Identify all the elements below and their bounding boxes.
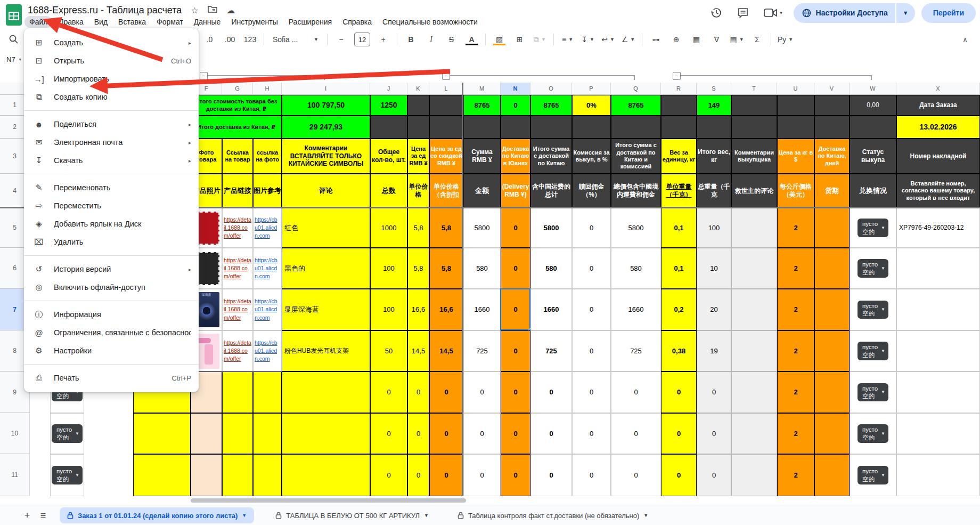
cell-J2[interactable] — [370, 116, 407, 139]
toolbar-insert-link[interactable]: ⊶ — [647, 31, 665, 47]
cell-X6[interactable] — [896, 248, 980, 289]
cell-L9[interactable]: 0 — [429, 371, 463, 413]
horizontal-scrollbar[interactable] — [0, 496, 980, 505]
cell-N4[interactable]: (Delivery RMB ¥) — [501, 174, 530, 208]
cell-R3[interactable]: Вес за единицу, кг — [661, 139, 697, 174]
cell-X4[interactable]: Вставляйте номер, согласно вашему товару… — [896, 174, 980, 208]
file-menu-rename[interactable]: ✎Переименовать — [24, 179, 199, 197]
cell-Q1[interactable]: 8765 — [611, 95, 661, 116]
cell-H9[interactable] — [253, 371, 282, 413]
cell-H10[interactable] — [253, 413, 282, 454]
cell-N10[interactable]: 0 — [501, 413, 530, 454]
cell-K5[interactable]: 5,8 — [407, 208, 429, 248]
cell-Q3[interactable]: Итого сумма с доставкой по Китаю и комис… — [611, 139, 661, 174]
menubar-file[interactable]: Файл — [24, 16, 52, 28]
column-group-collapse-3[interactable]: − — [673, 72, 681, 80]
cell-P2[interactable] — [572, 116, 611, 139]
row-header-11[interactable]: 11 — [0, 454, 30, 496]
cell-P3[interactable]: Комиссия за выкуп, в % — [572, 139, 611, 174]
file-menu-email[interactable]: ✉Электронная почта▸ — [24, 133, 199, 151]
col-header-T[interactable]: T — [731, 83, 777, 95]
cell-K9[interactable]: 0 — [407, 371, 429, 413]
toolbar-vertical-align[interactable]: ↧▼ — [578, 31, 597, 47]
file-menu-download[interactable]: ↧Скачать▸ — [24, 151, 199, 169]
cell-P7[interactable]: 0 — [572, 289, 611, 330]
cell-K2[interactable] — [407, 116, 429, 139]
toolbar-bold[interactable]: B — [402, 31, 420, 47]
cell-J3[interactable]: Общее кол-во, шт. — [370, 139, 407, 174]
cell-I2[interactable]: 29 247,93 — [282, 116, 370, 139]
cell-L6[interactable]: 5,8 — [429, 248, 463, 289]
cell-L2[interactable] — [429, 116, 463, 139]
cell-N6[interactable]: 0 — [501, 248, 530, 289]
file-menu-print[interactable]: ⎙ПечатьCtrl+P — [24, 369, 199, 387]
photo-link[interactable]: https://cbu01.alicdn.com — [254, 339, 281, 364]
column-group-collapse-1[interactable]: − — [200, 72, 208, 80]
frozen-column-divider[interactable] — [462, 83, 463, 496]
cell-R2[interactable] — [661, 116, 697, 139]
cell-M8[interactable]: 725 — [463, 330, 501, 371]
cell-N1[interactable]: 0 — [501, 95, 530, 116]
col-header-V[interactable]: V — [814, 83, 850, 95]
cell-V8[interactable] — [814, 330, 850, 371]
cell-M11[interactable]: 0 — [463, 454, 501, 496]
cell-EH2[interactable]: Итого доставка из Китая, ₽ — [191, 116, 282, 139]
cell-I3[interactable]: Комментарии ВСТАВЛЯЙТЕ ТОЛЬКО КИТАЙСКИЕ … — [282, 139, 370, 174]
cell-V7[interactable] — [814, 289, 850, 330]
cell-I5[interactable]: 红色 — [282, 208, 370, 248]
share-settings-button[interactable]: Настройки Доступа ▼ — [794, 3, 915, 23]
cell-P1[interactable]: 0% — [572, 95, 611, 116]
cell-O3[interactable]: Итого сумма с доставкой по Китаю — [530, 139, 572, 174]
cell-X1[interactable]: Дата Заказа — [896, 95, 980, 116]
all-sheets-button[interactable]: ≡ — [35, 507, 51, 523]
menubar-extensions[interactable]: Расширения — [284, 16, 337, 28]
cell-O11[interactable]: 0 — [530, 454, 572, 496]
cell-V9[interactable] — [814, 371, 850, 413]
cell-U10[interactable]: 2 — [777, 413, 814, 454]
cell-O7[interactable]: 1660 — [530, 289, 572, 330]
status-dropdown[interactable]: пусто空的▼ — [52, 466, 83, 484]
cell-M4[interactable]: 金额 — [463, 174, 501, 208]
toolbar-font-family[interactable]: Sofia ...▼ — [268, 31, 323, 47]
toolbar-increase-font-size[interactable]: + — [374, 31, 393, 47]
cell-V3[interactable]: Доставка по Китаю, дней — [814, 139, 850, 174]
cell-P8[interactable]: 0 — [572, 330, 611, 371]
video-call-icon[interactable]: ▾ — [760, 3, 787, 23]
cell-T2[interactable] — [731, 116, 777, 139]
sheet-tab-caret-icon[interactable]: ▼ — [643, 513, 648, 518]
col-header-O[interactable]: O — [530, 83, 572, 95]
file-menu-add-shortcut-to-drive[interactable]: ◈Добавить ярлык на Диск — [24, 215, 199, 233]
cell-Q9[interactable]: 0 — [611, 371, 661, 413]
cell-U6[interactable]: 2 — [777, 248, 814, 289]
cell-J10[interactable]: 0 — [370, 413, 407, 454]
cell-M1[interactable]: 8765 — [463, 95, 501, 116]
cell-N5[interactable]: 0 — [501, 208, 530, 248]
cell-P5[interactable]: 0 — [572, 208, 611, 248]
cell-M2[interactable] — [463, 116, 501, 139]
cell-Q7[interactable]: 1660 — [611, 289, 661, 330]
cell-J11[interactable]: 0 — [370, 454, 407, 496]
cell-O9[interactable]: 0 — [530, 371, 572, 413]
sheet-tab-2[interactable]: ТАБЛИЦА В БЕЛУЮ ОТ 500 КГ АРТИКУЛ▼ — [268, 507, 436, 523]
cell-L7[interactable]: 16,6 — [429, 289, 463, 330]
toolbar-number-format[interactable]: 123 — [241, 31, 259, 47]
status-dropdown[interactable]: пусто空的▼ — [858, 342, 888, 360]
toolbar-strikethrough[interactable]: S — [442, 31, 461, 47]
cell-X9[interactable] — [896, 371, 980, 413]
cell-H3[interactable]: ссылка на фото — [253, 139, 282, 174]
product-link[interactable]: https://detail.1688.com/offer — [223, 339, 252, 364]
cell-T9[interactable] — [731, 371, 777, 413]
cell-V4[interactable]: 货期 — [814, 174, 850, 208]
cell-R6[interactable]: 0,1 — [661, 248, 697, 289]
status-dropdown[interactable]: пусто空的▼ — [858, 383, 888, 402]
cell-V1[interactable] — [814, 95, 850, 116]
col-header-R[interactable]: R — [661, 83, 697, 95]
cell-S11[interactable]: 0 — [697, 454, 731, 496]
version-history-icon[interactable] — [706, 3, 726, 23]
cell-R1[interactable] — [661, 95, 697, 116]
cell-J4[interactable]: 总数 — [370, 174, 407, 208]
cell-U8[interactable]: 2 — [777, 330, 814, 371]
file-menu-open[interactable]: ⊡ОткрытьCtrl+O — [24, 52, 199, 70]
toolbar-insert-comment[interactable]: ⊕ — [667, 31, 685, 47]
toolbar-create-filter[interactable]: ∇ — [707, 31, 726, 47]
